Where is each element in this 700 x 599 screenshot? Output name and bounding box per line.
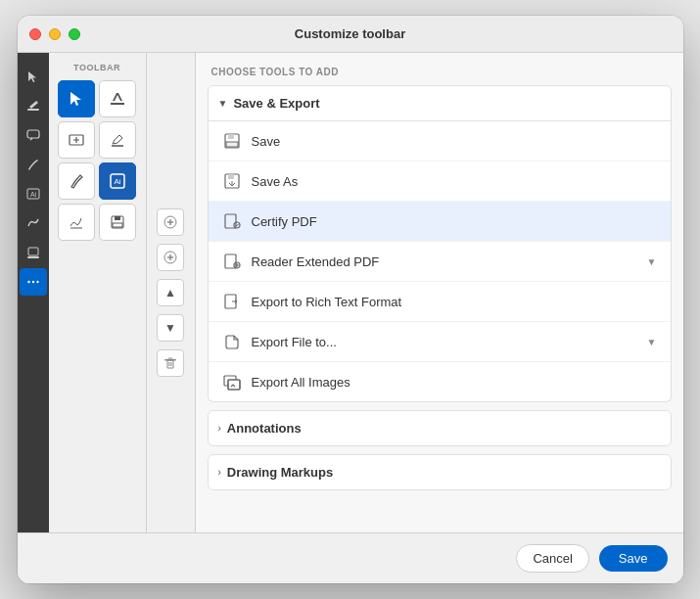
toolbar-item-save[interactable]: [99, 204, 136, 241]
section-header-drawing-markups[interactable]: › Drawing Markups: [209, 455, 671, 489]
tool-item-export-file[interactable]: Export File to... ▼: [209, 322, 671, 362]
sidebar-item-edit[interactable]: [20, 92, 47, 119]
section-title-annotations: Annotations: [227, 421, 302, 436]
maximize-button[interactable]: [69, 28, 80, 40]
tool-name-reader-extended: Reader Extended PDF: [252, 254, 637, 269]
certify-pdf-icon: [222, 211, 242, 231]
tool-name-export-images: Export All Images: [252, 375, 657, 390]
svg-rect-5: [28, 248, 38, 255]
sidebar-item-pen[interactable]: [20, 151, 47, 178]
tool-name-save-as: Save As: [252, 174, 657, 189]
tool-item-export-images[interactable]: Export All Images: [209, 362, 671, 401]
sidebar-item-more[interactable]: [20, 268, 47, 296]
toolbar-label: TOOLBAR: [73, 63, 120, 72]
svg-rect-34: [228, 174, 234, 179]
customize-toolbar-dialog: Customize toolbar Ai: [18, 16, 683, 583]
svg-rect-1: [27, 109, 39, 111]
svg-rect-19: [115, 216, 120, 220]
tool-item-certify-pdf[interactable]: Certify PDF: [209, 202, 671, 242]
chevron-save-export: ▼: [218, 98, 228, 109]
move-down-button[interactable]: ▼: [157, 314, 184, 342]
title-bar: Customize toolbar: [18, 16, 683, 53]
section-header-save-export[interactable]: ▼ Save & Export: [208, 85, 672, 121]
close-button[interactable]: [29, 28, 41, 40]
export-rtf-icon: [222, 292, 242, 311]
svg-rect-11: [111, 103, 124, 105]
chevron-drawing-markups: ›: [218, 467, 221, 478]
sidebar-item-select[interactable]: [20, 63, 47, 90]
tool-item-export-rtf[interactable]: Export to Rich Text Format: [209, 282, 671, 322]
toolbar-item-add-text[interactable]: [58, 121, 95, 159]
dialog-footer: Cancel Save: [18, 532, 683, 583]
main-content: CHOOSE TOOLS TO ADD ▼ Save & Export: [196, 53, 683, 532]
tool-name-certify-pdf: Certify PDF: [252, 214, 657, 229]
export-file-icon: [222, 332, 242, 351]
svg-marker-10: [70, 92, 81, 106]
svg-rect-6: [27, 256, 39, 258]
save-button[interactable]: Save: [599, 545, 668, 572]
tool-name-export-file: Export File to...: [252, 335, 637, 349]
add-top-button[interactable]: [157, 208, 184, 236]
svg-marker-0: [28, 71, 36, 82]
svg-text:Ai: Ai: [114, 177, 120, 186]
toolbar-item-pen[interactable]: [58, 162, 95, 200]
svg-point-9: [36, 281, 38, 283]
svg-point-8: [31, 281, 33, 283]
reader-extended-arrow: ▼: [647, 256, 657, 267]
sidebar-item-text[interactable]: Ai: [20, 180, 47, 207]
tool-name-save: Save: [252, 134, 657, 149]
svg-rect-41: [228, 380, 240, 390]
choose-tools-header: CHOOSE TOOLS TO ADD: [196, 53, 683, 85]
tools-list: ▼ Save & Export: [196, 85, 683, 532]
section-title-save-export: Save & Export: [233, 96, 319, 111]
sidebar-item-comment[interactable]: [20, 121, 47, 149]
tool-name-export-rtf: Export to Rich Text Format: [252, 295, 657, 309]
toolbar-item-highlight[interactable]: [99, 121, 136, 159]
add-bottom-button[interactable]: [157, 244, 184, 271]
section-title-drawing-markups: Drawing Markups: [227, 465, 333, 480]
svg-rect-30: [228, 134, 234, 139]
minimize-button[interactable]: [49, 28, 61, 40]
sidebar-item-stamp[interactable]: [20, 239, 47, 266]
toolbar-panel: TOOLBAR Ai: [49, 53, 147, 532]
toolbar-item-select[interactable]: [58, 80, 95, 117]
section-items-save-export: Save Save As: [208, 121, 672, 402]
traffic-lights: [29, 28, 80, 40]
toolbar-items-grid: Ai: [50, 80, 144, 241]
chevron-annotations: ›: [218, 423, 221, 434]
move-up-button[interactable]: ▲: [157, 279, 184, 306]
svg-rect-2: [27, 130, 39, 138]
tool-item-save[interactable]: Save: [209, 121, 671, 161]
save-as-icon: [222, 171, 242, 191]
reorder-panel: ▲ ▼: [147, 53, 196, 532]
reader-extended-icon: [222, 252, 242, 271]
cancel-button[interactable]: Cancel: [516, 544, 588, 573]
section-drawing-markups: › Drawing Markups: [208, 454, 672, 490]
sidebar-item-markup[interactable]: [20, 209, 47, 237]
svg-text:Ai: Ai: [29, 191, 36, 198]
dialog-title: Customize toolbar: [295, 26, 405, 41]
dialog-body: Ai TOOLBAR: [18, 53, 683, 532]
toolbar-item-select2[interactable]: Ai: [99, 162, 136, 200]
outer-sidebar: Ai: [18, 53, 49, 532]
svg-point-7: [27, 281, 29, 283]
toolbar-item-sign[interactable]: [58, 204, 95, 241]
toolbar-item-edit-text[interactable]: [99, 80, 136, 117]
section-header-annotations[interactable]: › Annotations: [209, 411, 671, 445]
tool-item-reader-extended[interactable]: Reader Extended PDF ▼: [209, 242, 671, 282]
export-images-icon: [222, 372, 242, 392]
delete-button[interactable]: [157, 349, 184, 377]
save-icon: [222, 131, 242, 151]
export-file-arrow: ▼: [647, 337, 657, 347]
svg-rect-20: [113, 223, 122, 227]
tool-item-save-as[interactable]: Save As: [209, 161, 671, 202]
svg-rect-31: [226, 142, 238, 147]
section-annotations: › Annotations: [208, 410, 672, 446]
